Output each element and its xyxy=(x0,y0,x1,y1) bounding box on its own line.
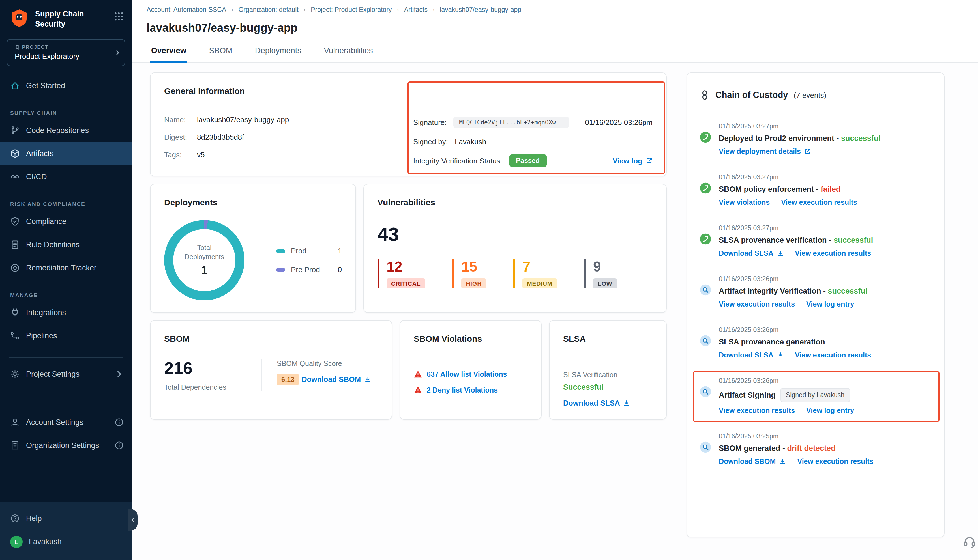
violation-link[interactable]: 637 Allow list Violations xyxy=(427,370,507,378)
violation-link[interactable]: 2 Deny list Violations xyxy=(427,386,498,394)
info-field-row: Name:lavakush07/easy-buggy-app xyxy=(164,115,413,125)
vuln-count: 15 xyxy=(461,258,486,274)
breadcrumb-separator: › xyxy=(433,6,435,13)
sidebar-item-compliance[interactable]: Compliance xyxy=(0,210,132,233)
event-link[interactable]: View log entry xyxy=(806,407,854,415)
event-links: Download SLSAView execution results xyxy=(719,351,931,359)
tab-sbom[interactable]: SBOM xyxy=(208,46,234,62)
event-title-text: SLSA provenance verification - xyxy=(719,236,834,244)
tab-overview[interactable]: Overview xyxy=(150,46,188,62)
event-links: View deployment details xyxy=(719,148,931,155)
sidebar-item-pipelines[interactable]: Pipelines xyxy=(0,324,132,347)
event-link[interactable]: View execution results xyxy=(797,458,873,465)
sidebar-item-project-settings[interactable]: Project Settings xyxy=(0,363,132,386)
sidebar-item-ci-cd[interactable]: CI/CD xyxy=(0,165,132,188)
download-slsa-link[interactable]: Download SLSA xyxy=(563,399,630,407)
card-title: General Information xyxy=(164,85,653,96)
event-link[interactable]: View log entry xyxy=(806,300,854,308)
sbom-total-block: 216 Total Dependencies xyxy=(164,358,262,392)
breadcrumb-item[interactable]: Artifacts xyxy=(404,6,427,13)
breadcrumb-item[interactable]: lavakush07/easy-buggy-app xyxy=(440,6,521,13)
tab-vulnerabilities[interactable]: Vulnerabilities xyxy=(323,46,374,62)
sidebar-item-code-repositories[interactable]: Code Repositories xyxy=(0,119,132,142)
chain-events: 01/16/2025 03:27pmDeployed to Prod2 envi… xyxy=(699,123,931,465)
download-icon xyxy=(777,250,784,257)
deployments-card: Deployments Total Deployments 1 Prod1Pre… xyxy=(150,184,356,313)
sidebar-item-help[interactable]: Help xyxy=(0,507,132,530)
sidebar-collapse-handle[interactable] xyxy=(128,509,137,531)
event-title: Deployed to Prod2 environment - successf… xyxy=(719,133,931,143)
sidebar-item-remediation-tracker[interactable]: Remediation Tracker xyxy=(0,256,132,280)
chain-header: Chain of Custody (7 events) xyxy=(699,90,931,100)
download-sbom-link[interactable]: Download SBOM xyxy=(302,375,371,383)
breadcrumb: Account: Automation-SSCA›Organization: d… xyxy=(132,6,978,13)
custody-event: 01/16/2025 03:25pmSBOM generated - drift… xyxy=(699,433,931,465)
event-link[interactable]: Download SLSA xyxy=(719,351,784,359)
sidebar-item-artifacts[interactable]: Artifacts xyxy=(0,142,132,165)
app-grid-icon[interactable] xyxy=(114,11,124,22)
custody-event: 01/16/2025 03:26pmArtifact Integrity Ver… xyxy=(699,275,931,308)
integrity-label: Integrity Verification Status: xyxy=(413,157,502,165)
breadcrumb-separator: › xyxy=(304,6,305,13)
event-title-text: SBOM generated - xyxy=(719,444,787,453)
slsa-card: SLSA SLSA Verification Successful Downlo… xyxy=(549,320,667,420)
target-icon xyxy=(10,263,20,273)
pipeline-icon xyxy=(10,331,20,340)
field-label: Digest: xyxy=(164,133,197,142)
vuln-count: 7 xyxy=(522,258,557,274)
signature-value: MEQCICde2VjIT...bL+2+mqnOXw== xyxy=(454,117,569,128)
status-badge: Passed xyxy=(509,155,546,167)
project-label-text: PROJECT xyxy=(22,44,48,50)
sidebar-item-get-started[interactable]: Get Started xyxy=(0,74,132,97)
event-link[interactable]: View execution results xyxy=(795,351,871,359)
field-value: v5 xyxy=(197,150,205,160)
external-icon xyxy=(804,148,811,155)
event-title-text: Deployed to Prod2 environment - xyxy=(719,134,841,143)
event-link[interactable]: Download SLSA xyxy=(719,250,784,257)
user-menu[interactable]: L Lavakush xyxy=(0,530,132,553)
deploy-event-icon xyxy=(699,233,711,245)
breadcrumb-item[interactable]: Account: Automation-SSCA xyxy=(147,6,226,13)
event-status: successful xyxy=(841,134,881,143)
breadcrumb-item[interactable]: Organization: default xyxy=(239,6,299,13)
gear-icon xyxy=(10,369,20,379)
event-link[interactable]: View deployment details xyxy=(719,148,811,155)
chain-title: Chain of Custody xyxy=(715,90,788,100)
help-icon xyxy=(10,513,20,523)
headset-icon[interactable] xyxy=(963,535,976,549)
event-link[interactable]: View violations xyxy=(719,198,770,207)
event-link[interactable]: View execution results xyxy=(719,407,795,415)
signature-row: Signature: MEQCICde2VjIT...bL+2+mqnOXw==… xyxy=(413,115,653,129)
sidebar-item-integrations[interactable]: Integrations xyxy=(0,301,132,324)
git-icon xyxy=(10,125,20,135)
project-name: Product Exploratory xyxy=(15,52,105,60)
event-link[interactable]: View execution results xyxy=(781,198,857,207)
card-title: SBOM xyxy=(164,333,378,344)
sbom-violations-card: SBOM Violations 637 Allow list Violation… xyxy=(400,320,542,420)
info-icon xyxy=(114,417,124,427)
event-link[interactable]: View execution results xyxy=(719,300,795,308)
breadcrumb-item[interactable]: Project: Product Exploratory xyxy=(311,6,392,13)
sidebar-item-label: Project Settings xyxy=(26,370,80,378)
cards-row-3: SBOM 216 Total Dependencies SBOM Quality… xyxy=(150,320,667,420)
page-header: Account: Automation-SSCA›Organization: d… xyxy=(132,0,978,63)
project-selector[interactable]: PROJECT Product Exploratory xyxy=(7,39,125,66)
custody-event: 01/16/2025 03:27pmSLSA provenance verifi… xyxy=(699,225,931,257)
view-log-text: View log xyxy=(613,157,643,165)
sidebar-item-account-settings[interactable]: Account Settings xyxy=(0,411,132,434)
field-value: 8d23bd3b5d8f xyxy=(197,133,244,142)
tab-deployments[interactable]: Deployments xyxy=(254,46,302,62)
breadcrumb-separator: › xyxy=(231,6,233,13)
app-title: Supply Chain Security xyxy=(35,8,108,29)
view-log-link[interactable]: View log xyxy=(613,157,653,165)
event-link[interactable]: Download SBOM xyxy=(719,458,786,465)
sidebar-item-rule-definitions[interactable]: Rule Definitions xyxy=(0,233,132,256)
sidebar-item-organization-settings[interactable]: Organization Settings xyxy=(0,434,132,457)
tab-bar: OverviewSBOMDeploymentsVulnerabilities xyxy=(132,46,978,63)
bookmark-icon xyxy=(15,44,20,50)
custody-event: 01/16/2025 03:27pmDeployed to Prod2 envi… xyxy=(699,123,931,155)
event-link[interactable]: View execution results xyxy=(795,250,871,257)
chain-icon xyxy=(699,90,710,100)
deploy-event-icon xyxy=(699,182,711,194)
sidebar-item-label: Remediation Tracker xyxy=(26,263,97,272)
